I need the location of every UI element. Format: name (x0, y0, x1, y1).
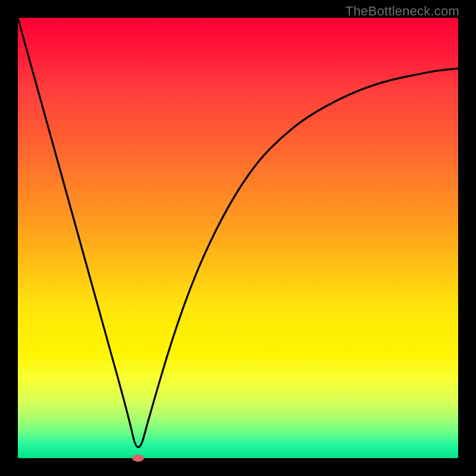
bottleneck-curve (18, 18, 458, 458)
plot-area (18, 18, 458, 458)
chart-frame: TheBottleneck.com (0, 0, 476, 476)
watermark-text: TheBottleneck.com (345, 4, 459, 19)
minimum-marker (132, 455, 144, 462)
